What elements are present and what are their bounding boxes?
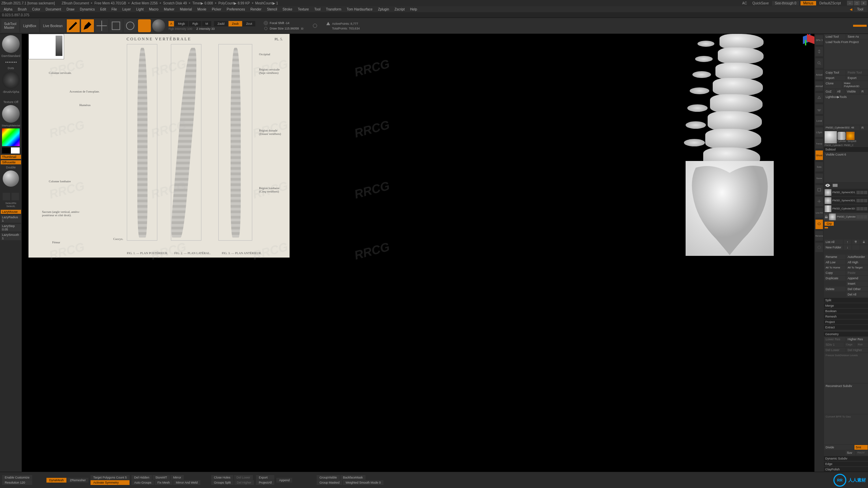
tool-thumb-2[interactable] [846,132,854,140]
eye-icon[interactable] [825,183,831,188]
import-button[interactable]: Import [824,76,846,80]
navigation-cube[interactable] [803,35,813,45]
lightbox-tools-button[interactable]: Lightbox▶Tools [824,95,868,124]
menu-color[interactable]: Color [30,7,43,12]
polyf-button[interactable] [815,197,823,206]
menu-tool[interactable]: Tool [312,7,323,12]
make-polymesh-button[interactable]: Make PolyMesh3D [843,81,868,88]
frame-button[interactable] [815,185,823,195]
menu-stroke[interactable]: Stroke [280,7,295,12]
enable-customize-button[interactable]: Enable Customize [2,475,32,480]
subtool-section-header[interactable]: Subtool [824,147,868,152]
quicksave-button[interactable]: QuickSave [750,1,771,5]
aahalf-button[interactable]: AAHalf [815,81,823,91]
menu-material[interactable]: Material [177,7,194,12]
m-button[interactable]: M [202,21,212,26]
local-button[interactable]: Local [815,116,823,125]
tool-thumb-active[interactable] [825,131,837,143]
geometry-section[interactable]: Geometry [824,332,868,337]
alpha-selector[interactable] [2,71,20,89]
thumbnail-preview[interactable] [3,170,19,187]
menu-zscript[interactable]: Zscript [392,7,407,12]
default-zscript[interactable]: DefaultZScript [817,1,843,5]
lazymouse-toggle[interactable]: LazyMouse [1,210,21,214]
lazysmooth-slider[interactable]: LazySmooth 1 [1,233,21,240]
subtool-item[interactable]: PM3D_Cylinder3D1_1 [824,205,868,212]
subtool-master-button[interactable]: SubTool Master [1,19,19,32]
live-boolean-button[interactable]: Live Boolean [40,19,65,32]
lazyradius-slider[interactable]: LazyRadius 1 [1,215,21,223]
lsym-button[interactable]: LSym [815,127,823,137]
menu-stencil[interactable]: Stencil [264,7,279,12]
subtool-item[interactable]: PM3D_Sphere3D1_1 [824,189,868,196]
actual-button[interactable]: Actual [815,70,823,79]
menu-light[interactable]: Light [134,7,146,12]
subtool-item-active[interactable]: PM3D_Cylinder3D2 [824,213,868,221]
menu-zplugin[interactable]: Zplugin [376,7,392,12]
menu-draw[interactable]: Draw [64,7,77,12]
maximize-button[interactable]: □ [854,1,860,5]
minimize-button[interactable]: − [847,1,853,5]
menu-document[interactable]: Document [43,7,64,12]
menu-texture[interactable]: Texture [295,7,311,12]
sculptris-sphere[interactable] [152,19,165,32]
copy-tool-button[interactable]: Copy Tool [824,70,846,75]
rotate-mode-button[interactable] [124,19,137,32]
goz-button[interactable]: GoZ [824,89,835,94]
load-project-button[interactable]: Load Tools From Project [824,40,868,69]
dynamesh-button[interactable]: DynaMesh [46,478,66,483]
load-tool-button[interactable]: Load Tool [824,34,846,39]
mrgb-button[interactable]: Mrgb [175,21,189,26]
menu-render[interactable]: Render [248,7,264,12]
draw-mode-button[interactable] [81,19,94,32]
menu-hardsurface[interactable]: Tom Hardsurface [344,7,375,12]
scroll-button[interactable] [815,47,823,56]
list-all-button[interactable]: List All [824,240,843,244]
menus-toggle[interactable]: Menus [801,1,816,5]
menu-help[interactable]: Help [408,7,419,12]
menu-transform[interactable]: Transform [323,7,343,12]
draw-size-slider[interactable]: Draw Size 115.96058 [270,27,299,30]
menu-dynamics[interactable]: Dynamics [78,7,97,12]
rgb-intensity-slider[interactable]: Rgb Intensity 100 [169,27,192,30]
extra-button[interactable] [815,243,823,252]
rgb-button[interactable]: Rgb [189,21,201,26]
lasso-button[interactable] [815,220,823,229]
scale-mode-button[interactable] [110,19,122,32]
solo-button[interactable]: Solo [815,162,823,171]
canvas[interactable]: COLONNE VERTÉBRALE PL. 5. Colonne cervic… [22,34,814,472]
paste-tool-button[interactable]: Paste Tool [846,70,868,75]
menu-edit[interactable]: Edit [98,7,108,12]
target-poly-slider[interactable]: Target Polygons Count 5 [91,475,130,480]
new-folder-button[interactable]: New Folder [824,245,843,250]
ghost-button[interactable]: Ghost [815,150,823,160]
close-button[interactable]: × [861,1,867,5]
lazystep-slider[interactable]: LazyStep 0.05 [1,224,21,231]
paint-icon[interactable] [832,183,838,188]
autoreorder-button[interactable]: AutoReorder [846,255,868,259]
brush-selector[interactable] [2,35,20,53]
grp-button[interactable]: Grp [825,222,834,226]
save-as-button[interactable]: Save As [846,34,868,39]
clone-button[interactable]: Clone [824,81,842,88]
ac-button[interactable]: AC [740,1,749,5]
menu-marker[interactable]: Marker [161,7,177,12]
zcut-button[interactable]: Zcut [243,21,256,26]
lightbox-button[interactable]: LightBox [20,19,39,32]
zoom-button[interactable] [815,58,823,68]
seethrough-slider[interactable]: See-through 0 [772,1,799,5]
tool-thumb-1[interactable] [837,132,846,140]
spix-button[interactable]: SPix 3 [815,35,823,45]
select-rect-icon[interactable] [3,193,10,200]
menu-picker[interactable]: Picker [210,7,224,12]
linefill-button[interactable]: Line Fill [815,208,823,218]
select-lasso-icon[interactable] [12,193,19,200]
xpose-button[interactable]: Xpose [815,174,823,183]
menu-layer[interactable]: Layer [120,7,133,12]
menu-movie[interactable]: Movie [195,7,209,12]
activate-symmetry-button[interactable]: Activate Symmetry [91,480,130,485]
menu-macro[interactable]: Macro [147,7,161,12]
color-picker[interactable] [2,128,20,146]
stroke-selector[interactable] [3,59,19,65]
menu-preferences[interactable]: Preferences [224,7,247,12]
